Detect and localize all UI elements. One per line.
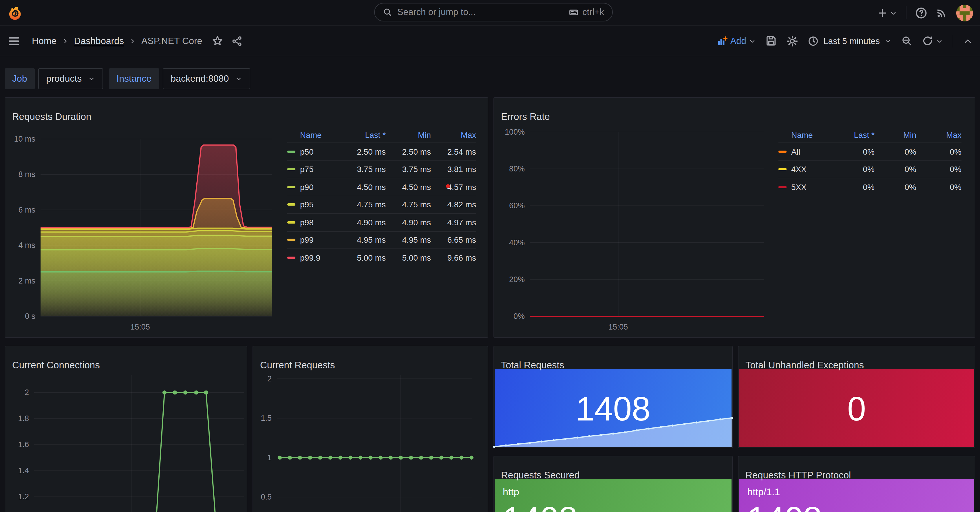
search-input[interactable]: Search or jump to... ctrl+k (374, 3, 613, 21)
zoom-out-icon[interactable] (901, 35, 912, 46)
legend-row[interactable]: 5XX 0% 0% 0% (778, 178, 961, 196)
legend-row[interactable]: p50 2.50 ms 2.50 ms 2.54 ms (287, 143, 476, 160)
breadcrumb-home[interactable]: Home (32, 36, 56, 46)
panel-requests-http-protocol[interactable]: Requests HTTP Protocol http/1.1 1408 (738, 456, 975, 512)
grafana-logo-icon[interactable] (6, 5, 21, 20)
series-name[interactable]: All (791, 147, 800, 156)
panel-title[interactable]: Current Requests (260, 359, 335, 370)
panel-title[interactable]: Errors Rate (501, 111, 550, 122)
plus-icon (878, 8, 887, 17)
panel-title[interactable]: Requests HTTP Protocol (745, 469, 851, 480)
legend-row[interactable]: All 0% 0% 0% (778, 143, 961, 160)
share-icon[interactable] (232, 36, 242, 46)
series-last: 0% (832, 147, 875, 156)
add-panel-icon (717, 36, 727, 46)
legend-header-name[interactable]: Name (287, 130, 337, 140)
series-name[interactable]: p50 (300, 147, 313, 156)
panel-total-unhandled-exceptions[interactable]: Total Unhandled Exceptions 0 (738, 346, 975, 448)
chevron-down-icon (885, 37, 891, 44)
legend-row[interactable]: 4XX 0% 0% 0% (778, 160, 961, 178)
series-color-swatch (287, 239, 295, 241)
chevron-down-icon (889, 9, 897, 16)
variable-picker-instance[interactable]: backend:8080 (162, 68, 250, 89)
legend-row[interactable]: p99.9 5.00 ms 5.00 ms 9.66 ms (287, 248, 476, 266)
panel-requests-secured[interactable]: Requests Secured http 1408 (493, 456, 733, 512)
series-max: 9.66 ms (431, 253, 476, 262)
series-name[interactable]: p99.9 (300, 253, 320, 262)
panel-current-connections[interactable]: Current Connections (5, 346, 247, 512)
series-max: 4.97 ms (431, 218, 476, 227)
series-name[interactable]: p75 (300, 165, 313, 174)
series-max: 4.82 ms (431, 200, 476, 209)
add-panel-button[interactable]: Add (717, 36, 756, 46)
refresh-button[interactable] (922, 35, 943, 46)
series-max: 2.54 ms (431, 147, 476, 156)
grafana-dashboard: Search or jump to... ctrl+k (0, 0, 980, 512)
series-max: 0% (916, 183, 961, 192)
settings-gear-icon[interactable] (787, 35, 799, 47)
series-name[interactable]: p99 (300, 235, 313, 245)
user-avatar[interactable] (956, 4, 973, 21)
series-name[interactable]: 4XX (791, 165, 807, 174)
menu-icon[interactable] (8, 35, 20, 47)
stat-label: http (503, 487, 519, 498)
chevron-down-icon (88, 75, 95, 82)
time-range-picker[interactable]: Last 5 minutes (808, 36, 891, 46)
legend-header-max[interactable]: Max (916, 130, 961, 140)
legend-header-min[interactable]: Min (386, 130, 431, 140)
legend-header-max[interactable]: Max (431, 130, 476, 140)
series-last: 4.75 ms (337, 200, 386, 209)
collapse-up-icon[interactable] (963, 36, 972, 46)
series-min: 4.95 ms (386, 235, 431, 245)
series-max: 3.81 ms (431, 165, 476, 174)
series-name[interactable]: p95 (300, 200, 313, 209)
panel-total-requests[interactable]: Total Requests 1408 (493, 346, 733, 448)
series-last: 3.75 ms (337, 165, 386, 174)
variable-label-instance: Instance (109, 68, 159, 89)
legend-row[interactable]: p75 3.75 ms 3.75 ms 3.81 ms (287, 160, 476, 178)
stat-value: 1408 (747, 499, 822, 512)
series-last: 4.95 ms (337, 235, 386, 245)
errors-rate-legend: Name Last * Min Max All 0% 0% 0% 4XX 0% … (778, 127, 961, 196)
panel-title[interactable]: Current Connections (12, 359, 100, 370)
stat-value: 0 (738, 369, 975, 448)
keyboard-icon (568, 7, 578, 17)
chevron-right-icon (62, 37, 68, 44)
series-name[interactable]: p98 (300, 218, 313, 227)
legend-row[interactable]: p95 4.75 ms 4.75 ms 4.82 ms (287, 196, 476, 213)
panel-title[interactable]: Requests Duration (12, 111, 91, 122)
stat-label: http/1.1 (747, 487, 780, 498)
series-last: 5.00 ms (337, 253, 386, 262)
breadcrumb-dashboards[interactable]: Dashboards (74, 36, 124, 46)
variable-picker-job[interactable]: products (38, 68, 103, 89)
panel-current-requests[interactable]: Current Requests (253, 346, 488, 512)
legend-header-name[interactable]: Name (778, 130, 832, 140)
legend-header-min[interactable]: Min (875, 130, 916, 140)
series-min: 0% (875, 183, 916, 192)
series-color-swatch (287, 257, 295, 259)
search-shortcut: ctrl+k (582, 7, 604, 17)
save-icon[interactable] (766, 35, 777, 46)
search-placeholder: Search or jump to... (397, 7, 476, 17)
legend-header-last[interactable]: Last * (337, 130, 386, 140)
legend-row[interactable]: p98 4.90 ms 4.90 ms 4.97 ms (287, 213, 476, 231)
series-min: 0% (875, 147, 916, 156)
breadcrumb-current: ASP.NET Core (141, 36, 202, 46)
toolbar-actions: Add Last 5 minutes (717, 35, 972, 47)
requests-duration-legend: Name Last * Min Max p50 2.50 ms 2.50 ms … (287, 127, 476, 266)
panel-title[interactable]: Requests Secured (501, 469, 580, 480)
news-icon[interactable] (936, 7, 948, 19)
series-last: 4.50 ms (337, 183, 386, 192)
series-name[interactable]: 5XX (791, 183, 807, 192)
new-button[interactable] (878, 8, 897, 17)
series-last: 4.90 ms (337, 218, 386, 227)
legend-row[interactable]: p99 4.95 ms 4.95 ms 6.65 ms (287, 231, 476, 248)
series-name[interactable]: p90 (300, 183, 313, 192)
stat-value: 1408 (503, 499, 578, 512)
search-icon (383, 8, 392, 17)
favorite-star-icon[interactable] (212, 35, 223, 46)
legend-header-last[interactable]: Last * (832, 130, 875, 140)
help-icon[interactable] (915, 7, 927, 19)
series-color-swatch (287, 186, 295, 188)
topbar-actions (878, 0, 973, 25)
